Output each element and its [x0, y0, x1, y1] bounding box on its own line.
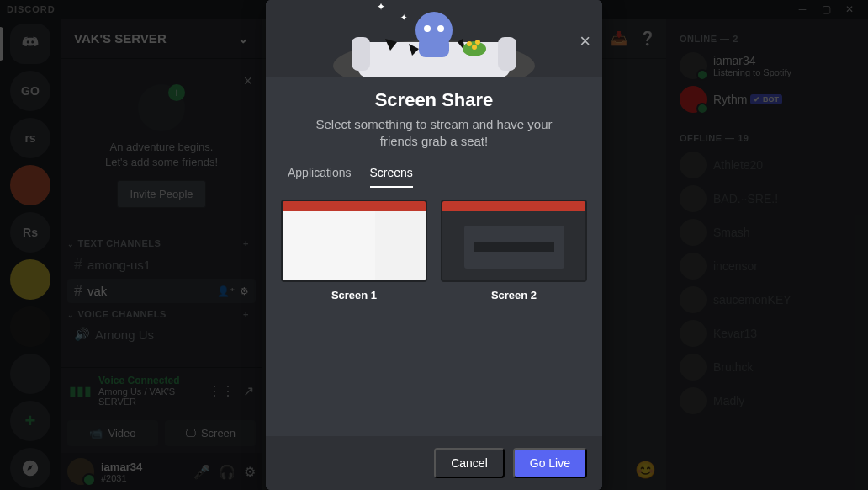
modal-subtitle: Select something to stream and have your…	[266, 116, 602, 151]
svg-rect-5	[419, 37, 449, 57]
close-icon[interactable]: ×	[580, 30, 590, 52]
modal-title: Screen Share	[283, 89, 585, 111]
modal-tabs: Applications Screens	[266, 151, 602, 188]
svg-text:✦: ✦	[400, 13, 407, 22]
screen-label: Screen 2	[441, 289, 587, 301]
modal-hero: × ✦✦	[266, 0, 602, 77]
svg-rect-2	[352, 37, 370, 71]
screen-label: Screen 1	[281, 289, 427, 301]
modal-footer: Cancel Go Live	[266, 436, 602, 490]
screen-share-modal: × ✦✦ Screen Share Select something to st…	[266, 0, 602, 490]
go-live-button[interactable]: Go Live	[513, 448, 587, 478]
screen-option-1[interactable]: Screen 1	[281, 200, 427, 301]
tab-applications[interactable]: Applications	[288, 166, 352, 188]
tab-screens[interactable]: Screens	[370, 166, 413, 188]
svg-rect-3	[498, 37, 516, 71]
svg-point-7	[437, 25, 444, 32]
svg-point-9	[467, 41, 472, 46]
robot-couch-illustration: ✦✦	[325, 0, 543, 77]
cancel-button[interactable]: Cancel	[434, 448, 505, 478]
screen-thumbnail	[281, 200, 427, 282]
svg-point-10	[475, 40, 480, 45]
screen-thumbnail	[441, 200, 587, 282]
screen-option-2[interactable]: Screen 2	[441, 200, 587, 301]
svg-point-6	[424, 25, 431, 32]
svg-point-11	[472, 45, 477, 50]
svg-text:✦: ✦	[377, 1, 385, 13]
